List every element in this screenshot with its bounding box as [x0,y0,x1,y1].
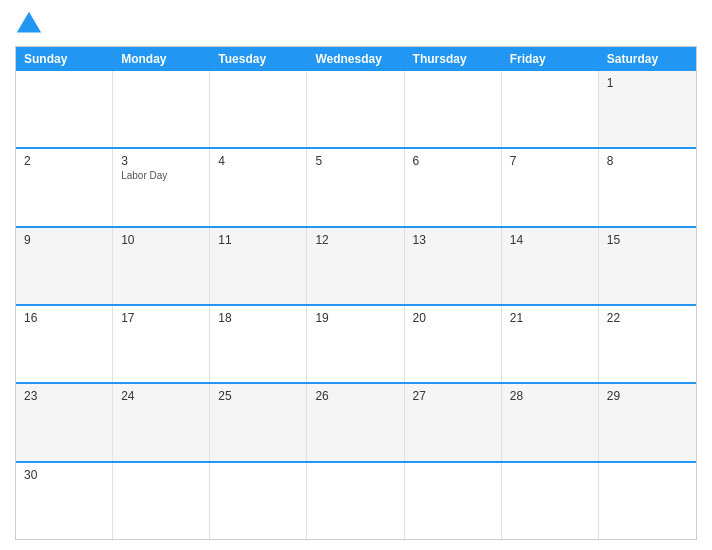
day-number: 29 [607,389,688,403]
day-cell: 15 [599,228,696,304]
day-headers: SundayMondayTuesdayWednesdayThursdayFrid… [16,47,696,71]
logo-icon [15,10,43,38]
day-header-monday: Monday [113,47,210,71]
day-cell: 6 [405,149,502,225]
day-number: 13 [413,233,493,247]
day-cell: 19 [307,306,404,382]
day-cell: 30 [16,463,113,539]
day-cell: 20 [405,306,502,382]
day-number: 7 [510,154,590,168]
day-number: 14 [510,233,590,247]
day-number: 8 [607,154,688,168]
day-number: 10 [121,233,201,247]
day-cell: 17 [113,306,210,382]
day-cell: 9 [16,228,113,304]
day-cell: 26 [307,384,404,460]
day-number: 6 [413,154,493,168]
day-cell [113,463,210,539]
calendar-grid: SundayMondayTuesdayWednesdayThursdayFrid… [15,46,697,540]
day-number: 24 [121,389,201,403]
day-event: Labor Day [121,170,201,181]
day-header-thursday: Thursday [405,47,502,71]
day-header-sunday: Sunday [16,47,113,71]
week-row-0: 1 [16,71,696,147]
day-cell: 13 [405,228,502,304]
weeks: 123Labor Day4567891011121314151617181920… [16,71,696,539]
day-number: 9 [24,233,104,247]
day-number: 3 [121,154,201,168]
day-number: 2 [24,154,104,168]
day-cell: 8 [599,149,696,225]
day-cell: 3Labor Day [113,149,210,225]
day-number: 20 [413,311,493,325]
day-cell: 1 [599,71,696,147]
logo [15,10,47,38]
day-cell [502,71,599,147]
calendar-header [15,10,697,38]
svg-marker-0 [17,12,41,33]
day-header-saturday: Saturday [599,47,696,71]
day-cell: 16 [16,306,113,382]
day-cell [307,463,404,539]
day-number: 17 [121,311,201,325]
day-number: 4 [218,154,298,168]
day-cell [210,463,307,539]
day-number: 28 [510,389,590,403]
day-cell: 29 [599,384,696,460]
day-cell [599,463,696,539]
day-number: 26 [315,389,395,403]
day-cell: 24 [113,384,210,460]
day-number: 27 [413,389,493,403]
calendar-container: SundayMondayTuesdayWednesdayThursdayFrid… [0,0,712,550]
day-cell: 14 [502,228,599,304]
day-number: 21 [510,311,590,325]
day-number: 12 [315,233,395,247]
week-row-4: 23242526272829 [16,382,696,460]
day-cell: 7 [502,149,599,225]
day-number: 22 [607,311,688,325]
week-row-1: 23Labor Day45678 [16,147,696,225]
day-cell: 18 [210,306,307,382]
day-number: 19 [315,311,395,325]
day-number: 25 [218,389,298,403]
day-cell: 25 [210,384,307,460]
day-number: 1 [607,76,688,90]
day-cell: 12 [307,228,404,304]
day-number: 30 [24,468,104,482]
day-cell: 21 [502,306,599,382]
day-cell [113,71,210,147]
day-header-wednesday: Wednesday [307,47,404,71]
day-cell: 2 [16,149,113,225]
day-cell [210,71,307,147]
day-cell [405,71,502,147]
day-cell: 4 [210,149,307,225]
day-cell: 10 [113,228,210,304]
day-cell [405,463,502,539]
day-number: 16 [24,311,104,325]
day-cell [307,71,404,147]
day-cell: 22 [599,306,696,382]
day-cell: 23 [16,384,113,460]
day-number: 23 [24,389,104,403]
day-cell: 11 [210,228,307,304]
day-number: 15 [607,233,688,247]
day-cell [16,71,113,147]
day-number: 18 [218,311,298,325]
day-header-tuesday: Tuesday [210,47,307,71]
day-cell: 5 [307,149,404,225]
week-row-3: 16171819202122 [16,304,696,382]
day-number: 11 [218,233,298,247]
week-row-5: 30 [16,461,696,539]
day-number: 5 [315,154,395,168]
day-header-friday: Friday [502,47,599,71]
day-cell: 27 [405,384,502,460]
day-cell: 28 [502,384,599,460]
week-row-2: 9101112131415 [16,226,696,304]
day-cell [502,463,599,539]
